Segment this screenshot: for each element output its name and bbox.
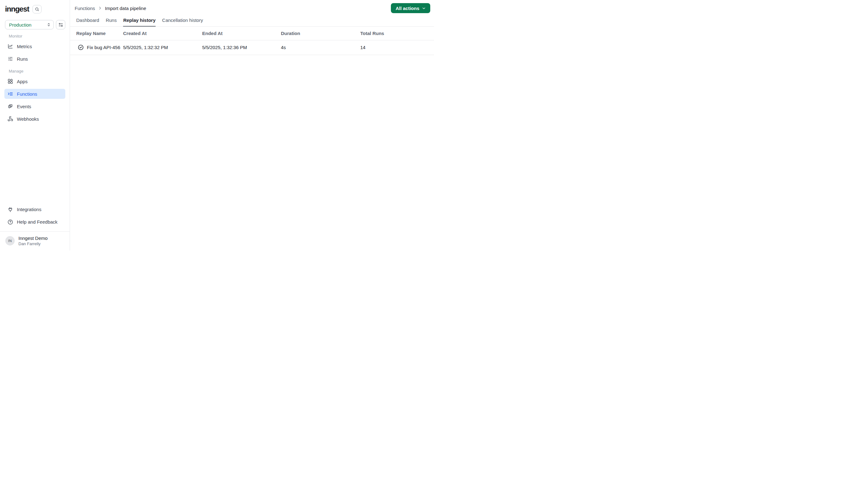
- chart-line-icon: [8, 43, 13, 49]
- inngest-logo: inngest: [5, 5, 29, 13]
- sidebar-spacer: [0, 126, 70, 202]
- sidebar-item-label: Runs: [17, 57, 28, 61]
- copy-windows-icon: [8, 104, 13, 109]
- topbar: Functions Import data pipeline All actio…: [70, 0, 434, 16]
- nav-section-label-manage: Manage: [9, 69, 65, 74]
- sidebar-footer: Integrations Help and Feedback IN Innges…: [0, 202, 70, 250]
- shapes-grid-icon: [8, 78, 13, 84]
- column-header-duration: Duration: [281, 31, 360, 36]
- chevron-up-down-icon: [46, 22, 51, 27]
- check-circle-icon: [78, 44, 84, 50]
- chevron-down-icon: [421, 6, 426, 11]
- all-actions-label: All actions: [396, 6, 419, 11]
- column-header-total-runs: Total Runs: [360, 31, 434, 36]
- breadcrumb-functions-link[interactable]: Functions: [75, 6, 95, 11]
- sidebar: inngest Production: [0, 0, 70, 250]
- sidebar-item-events[interactable]: Events: [4, 101, 65, 111]
- help-circle-icon: [8, 219, 13, 225]
- sidebar-item-label: Functions: [17, 92, 37, 96]
- replay-duration: 4s: [281, 45, 360, 50]
- user-org-name: Inngest Demo: [19, 235, 47, 241]
- search-button[interactable]: [33, 5, 42, 13]
- user-menu[interactable]: IN Inngest Demo Dan Farrelly: [4, 232, 65, 250]
- webhook-icon: [8, 116, 13, 122]
- tab-cancellation-history[interactable]: Cancellation history: [162, 18, 203, 26]
- sidebar-item-webhooks[interactable]: Webhooks: [4, 114, 65, 124]
- chevron-right-icon: [98, 6, 102, 10]
- breadcrumb: Functions Import data pipeline: [75, 6, 146, 11]
- sidebar-item-label: Metrics: [17, 44, 32, 49]
- environment-settings-button[interactable]: [56, 20, 65, 29]
- sidebar-item-label: Webhooks: [17, 117, 39, 121]
- all-actions-button[interactable]: All actions: [391, 3, 430, 13]
- nav-section-label-monitor: Monitor: [9, 34, 65, 39]
- main-content: Functions Import data pipeline All actio…: [70, 0, 434, 250]
- sidebar-nav: Monitor Metrics Runs Manage Apps: [0, 34, 70, 126]
- replay-name: Fix bug API-456: [87, 45, 120, 50]
- sidebar-item-help-and-feedback[interactable]: Help and Feedback: [4, 217, 65, 227]
- replay-total-runs: 14: [360, 45, 434, 50]
- sidebar-item-label: Integrations: [17, 207, 41, 212]
- column-header-ended-at: Ended At: [202, 31, 281, 36]
- column-header-replay-name: Replay Name: [76, 31, 123, 36]
- function-tabs: Dashboard Runs Replay history Cancellati…: [70, 16, 434, 26]
- breadcrumb-current-page: Import data pipeline: [105, 6, 146, 11]
- search-icon: [35, 7, 40, 12]
- list-icon: [8, 56, 13, 62]
- sidebar-item-metrics[interactable]: Metrics: [4, 41, 65, 51]
- sidebar-header: inngest: [0, 0, 70, 14]
- sidebar-item-integrations[interactable]: Integrations: [4, 204, 65, 214]
- sidebar-item-functions[interactable]: Functions: [4, 89, 65, 99]
- environment-select-value: Production: [9, 22, 32, 28]
- sidebar-item-runs[interactable]: Runs: [4, 54, 65, 64]
- replay-ended-at: 5/5/2025, 1:32:36 PM: [202, 45, 281, 50]
- sidebar-item-label: Apps: [17, 79, 28, 84]
- replay-table-row[interactable]: Fix bug API-456 5/5/2025, 1:32:32 PM 5/5…: [70, 40, 434, 55]
- sidebar-item-label: Events: [17, 104, 31, 109]
- function-list-icon: [8, 91, 13, 97]
- sidebar-item-label: Help and Feedback: [17, 220, 57, 224]
- replay-name-cell: Fix bug API-456: [76, 44, 123, 50]
- column-header-created-at: Created At: [123, 31, 202, 36]
- avatar: IN: [5, 236, 15, 245]
- environment-select[interactable]: Production: [5, 20, 54, 29]
- replay-created-at: 5/5/2025, 1:32:32 PM: [123, 45, 202, 50]
- tab-replay-history[interactable]: Replay history: [123, 18, 155, 26]
- tab-dashboard[interactable]: Dashboard: [76, 18, 99, 26]
- plug-icon: [8, 207, 13, 212]
- environment-row: Production: [0, 14, 70, 29]
- sidebar-item-apps[interactable]: Apps: [4, 76, 65, 86]
- user-full-name: Dan Farrelly: [19, 242, 47, 246]
- replay-table-header: Replay Name Created At Ended At Duration…: [70, 26, 434, 40]
- tab-runs[interactable]: Runs: [106, 18, 117, 26]
- app-root: inngest Production: [0, 0, 434, 250]
- sliders-icon: [58, 22, 64, 28]
